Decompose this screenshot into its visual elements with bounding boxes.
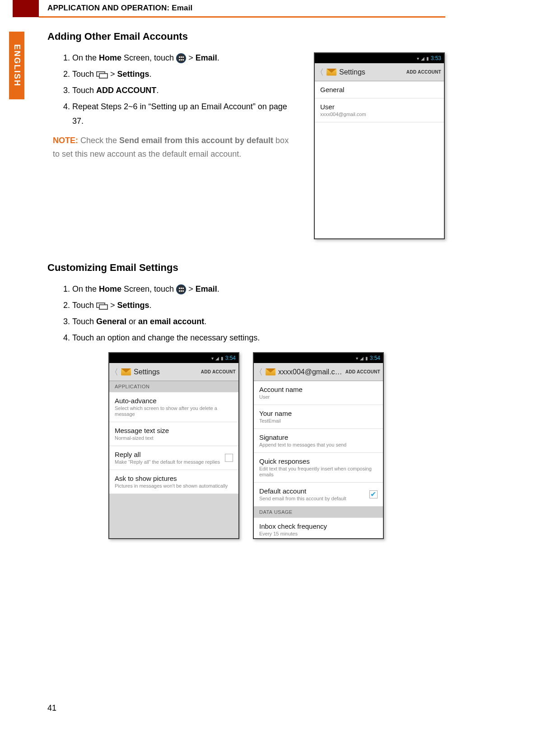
signal-icon: ◢ xyxy=(360,356,364,361)
text: Touch xyxy=(72,301,96,310)
row-quick-responses[interactable]: Quick responses Edit text that you frequ… xyxy=(254,453,383,483)
row-reply-all[interactable]: Reply all Make “Reply all” the default f… xyxy=(109,446,238,470)
row-title: General xyxy=(320,86,439,93)
row-account-name[interactable]: Account name User xyxy=(254,381,383,405)
checkbox-checked[interactable] xyxy=(369,490,378,498)
header-rule xyxy=(39,16,445,18)
apps-icon xyxy=(176,53,186,63)
row-subtitle: Select which screen to show after you de… xyxy=(115,405,233,417)
row-signature[interactable]: Signature Append text to messages that y… xyxy=(254,429,383,453)
row-subtitle: Normal-sized text xyxy=(115,435,233,441)
row-title: Reply all xyxy=(115,451,225,458)
text: . xyxy=(149,70,152,79)
row-title: Signature xyxy=(259,433,378,441)
back-icon[interactable]: 〈 xyxy=(254,367,266,377)
clock: 3:54 xyxy=(370,355,380,361)
screenshot-general-settings: ▾ ◢ ▮ 3:54 〈 Settings ADD ACCOUNT APPLIC… xyxy=(108,352,239,539)
row-subtitle: TestEmail xyxy=(259,418,378,424)
text: > xyxy=(108,301,117,310)
row-title: Your name xyxy=(259,410,378,417)
back-icon[interactable]: 〈 xyxy=(315,67,327,78)
row-subtitle: Append text to messages that you send xyxy=(259,442,378,448)
clock: 3:54 xyxy=(225,355,236,361)
step-1: On the Home Screen, touch > Email. xyxy=(72,51,291,65)
step-4: Repeat Steps 2~6 in “Setting up an Email… xyxy=(72,99,291,128)
bold: Email xyxy=(196,284,217,293)
text: Check the xyxy=(78,136,119,145)
add-account-button[interactable]: ADD ACCOUNT xyxy=(343,369,383,374)
row-auto-advance[interactable]: Auto-advance Select which screen to show… xyxy=(109,392,238,422)
status-bar: ▾ ◢ ▮ 3:53 xyxy=(315,53,444,63)
battery-icon: ▮ xyxy=(221,356,224,361)
step-2: Touch > Settings. xyxy=(72,298,445,312)
mail-icon xyxy=(327,69,336,76)
checkbox[interactable] xyxy=(225,454,233,462)
screen-title: Settings xyxy=(134,368,198,376)
step-1: On the Home Screen, touch > Email. xyxy=(72,282,445,296)
text: On the xyxy=(72,53,99,62)
bold: Email xyxy=(196,53,217,62)
signal-icon: ◢ xyxy=(421,56,425,61)
row-ask-pictures[interactable]: Ask to show pictures Pictures in message… xyxy=(109,470,238,494)
row-text-size[interactable]: Message text size Normal-sized text xyxy=(109,422,238,446)
row-default-account[interactable]: Default account Send email from this acc… xyxy=(254,483,383,507)
row-subtitle: Send email from this account by default xyxy=(259,496,369,502)
category-data-usage: DATA USAGE xyxy=(254,507,383,518)
screenshot-account-settings: ▾ ◢ ▮ 3:54 〈 xxxx004@gmail.c… ADD ACCOUN… xyxy=(253,352,384,539)
row-subtitle: Pictures in messages won't be shown auto… xyxy=(115,483,233,489)
row-title: Message text size xyxy=(115,427,233,434)
row-subtitle: Edit text that you frequently insert whe… xyxy=(259,466,378,478)
bold: Home xyxy=(99,284,121,293)
bold: Settings xyxy=(117,70,149,79)
wifi-icon: ▾ xyxy=(417,56,419,61)
overflow-menu-icon xyxy=(96,303,108,309)
note: NOTE: Check the Send email from this acc… xyxy=(47,134,291,161)
bold: Settings xyxy=(117,301,149,310)
language-tab: ENGLISH xyxy=(9,32,24,99)
bold: Send email from this account by default xyxy=(119,136,273,145)
action-bar: 〈 Settings ADD ACCOUNT xyxy=(109,363,238,381)
text: > xyxy=(186,53,196,62)
row-general[interactable]: General xyxy=(315,81,444,98)
note-label: NOTE: xyxy=(53,136,78,145)
add-account-button[interactable]: ADD ACCOUNT xyxy=(404,70,444,74)
text: > xyxy=(108,70,117,79)
step-3: Touch ADD ACCOUNT. xyxy=(72,83,291,98)
signal-icon: ◢ xyxy=(215,356,219,361)
bold: General xyxy=(96,317,126,326)
row-user-account[interactable]: User xxxx004@gmail.com xyxy=(315,98,444,122)
text: Screen, touch xyxy=(121,284,176,293)
row-subtitle: xxxx004@gmail.com xyxy=(320,112,439,117)
row-your-name[interactable]: Your name TestEmail xyxy=(254,405,383,429)
list: Account name User Your name TestEmail Si… xyxy=(254,381,383,538)
row-title: Quick responses xyxy=(259,457,378,465)
row-subtitle: User xyxy=(259,394,378,400)
steps-list: On the Home Screen, touch > Email. Touch… xyxy=(47,282,445,345)
row-title: Auto-advance xyxy=(115,397,233,405)
bold: ADD ACCOUNT xyxy=(96,86,156,95)
status-bar: ▾ ◢ ▮ 3:54 xyxy=(254,353,383,363)
row-subtitle: Every 15 minutes xyxy=(259,531,378,537)
list: APPLICATION Auto-advance Select which sc… xyxy=(109,381,238,538)
action-bar: 〈 xxxx004@gmail.c… ADD ACCOUNT xyxy=(254,363,383,381)
screen-title: xxxx004@gmail.c… xyxy=(278,368,343,376)
wifi-icon: ▾ xyxy=(356,356,358,361)
text: . xyxy=(217,284,219,293)
row-title: Account name xyxy=(259,386,378,393)
step-2: Touch > Settings. xyxy=(72,67,291,81)
text: On the xyxy=(72,284,99,293)
add-account-button[interactable]: ADD ACCOUNT xyxy=(198,369,238,374)
row-title: User xyxy=(320,103,439,111)
back-icon[interactable]: 〈 xyxy=(109,367,121,377)
text: Screen, touch xyxy=(121,53,176,62)
bold: Home xyxy=(99,53,121,62)
row-inbox-frequency[interactable]: Inbox check frequency Every 15 minutes xyxy=(254,518,383,538)
text: . xyxy=(156,86,159,95)
clock: 3:53 xyxy=(431,55,441,61)
text: Touch xyxy=(72,70,96,79)
heading-customizing: Customizing Email Settings xyxy=(47,262,445,274)
screen-title: Settings xyxy=(339,68,404,76)
step-4: Touch an option and change the necessary… xyxy=(72,331,445,345)
text: Touch xyxy=(72,86,96,95)
wifi-icon: ▾ xyxy=(211,356,214,361)
